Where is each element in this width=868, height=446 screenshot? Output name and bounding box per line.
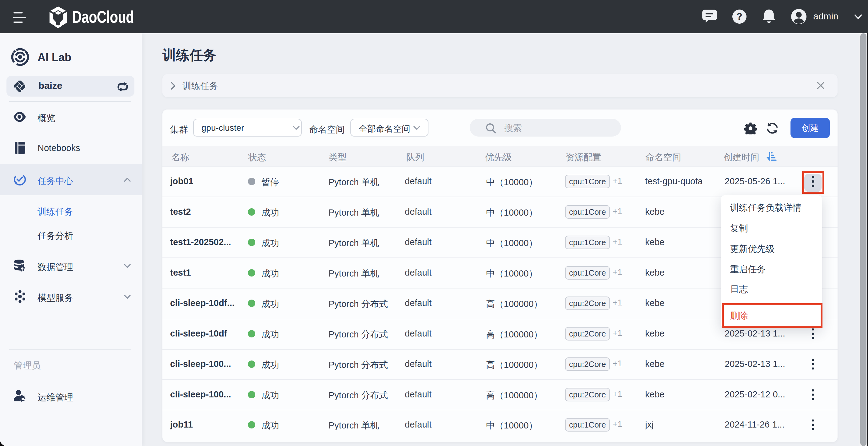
svg-text:?: ?: [737, 11, 743, 22]
